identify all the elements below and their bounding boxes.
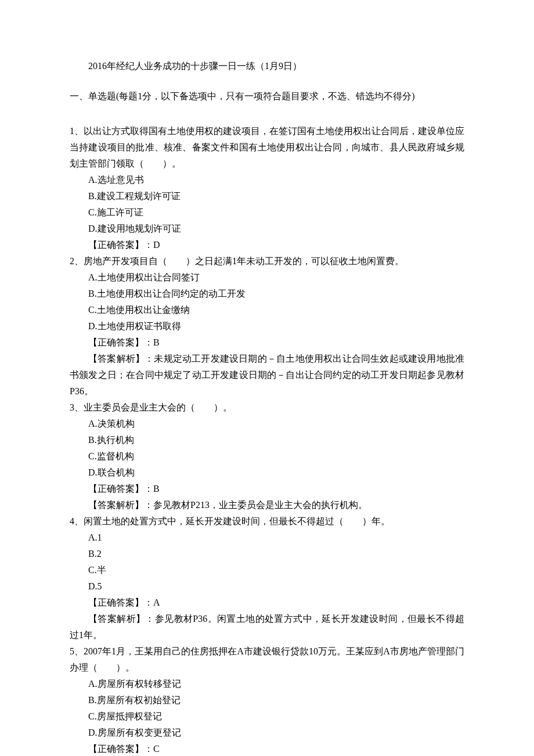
section-header: 一、单选题(每题1分，以下备选项中，只有一项符合题目要求，不选、错选均不得分) <box>70 88 464 105</box>
option-b: B.2 <box>70 546 464 562</box>
option-a: A.决策机构 <box>70 416 464 432</box>
option-a: A.土地使用权出让合同签订 <box>70 269 464 286</box>
option-c: C.半 <box>70 562 464 578</box>
option-a: A.选址意见书 <box>70 172 464 188</box>
option-c: C.土地使用权出让金缴纳 <box>70 302 464 318</box>
question-stem: 5、2007年1月，王某用自己的住房抵押在A市建设银行贷款10万元。王某应到A市… <box>70 643 464 676</box>
option-b: B.建设工程规划许可证 <box>70 188 464 204</box>
question-1: 1、以出让方式取得国有土地使用权的建设项目，在签订国有土地使用权出让合同后，建设… <box>70 123 464 253</box>
question-3: 3、业主委员会是业主大会的（ ）。 A.决策机构 B.执行机构 C.监督机构 D… <box>70 399 464 513</box>
correct-answer: 【正确答案】：C <box>70 741 464 756</box>
answer-analysis: 【答案解析】：参见教材P213，业主委员会是业主大会的执行机构。 <box>70 497 464 513</box>
answer-analysis: 【答案解析】：未规定动工开发建设日期的－自土地使用权出让合同生效起或建设用地批准… <box>70 351 464 399</box>
question-5: 5、2007年1月，王某用自己的住房抵押在A市建设银行贷款10万元。王某应到A市… <box>70 643 464 756</box>
option-b: B.土地使用权出让合同约定的动工开发 <box>70 286 464 302</box>
option-c: C.房屋抵押权登记 <box>70 708 464 725</box>
question-stem: 2、房地产开发项目自（ ）之日起满1年未动工开发的，可以征收土地闲置费。 <box>70 253 464 269</box>
correct-answer: 【正确答案】：A <box>70 595 464 611</box>
option-d: D.土地使用权证书取得 <box>70 318 464 334</box>
question-2: 2、房地产开发项目自（ ）之日起满1年未动工开发的，可以征收土地闲置费。 A.土… <box>70 253 464 399</box>
question-stem: 1、以出让方式取得国有土地使用权的建设项目，在签订国有土地使用权出让合同后，建设… <box>70 123 464 172</box>
option-c: C.监督机构 <box>70 448 464 465</box>
question-stem: 3、业主委员会是业主大会的（ ）。 <box>70 399 464 416</box>
option-d: D.联合机构 <box>70 465 464 481</box>
correct-answer: 【正确答案】：B <box>70 334 464 351</box>
question-stem: 4、闲置土地的处置方式中，延长开发建设时间，但最长不得超过（ ）年。 <box>70 513 464 530</box>
option-a: A.房屋所有权转移登记 <box>70 676 464 692</box>
option-a: A.1 <box>70 530 464 546</box>
option-c: C.施工许可证 <box>70 204 464 221</box>
option-b: B.房屋所有权初始登记 <box>70 692 464 708</box>
page-title: 2016年经纪人业务成功的十步骤一日一练（1月9日） <box>70 58 464 74</box>
answer-analysis: 【答案解析】：参见教材P36。闲置土地的处置方式中，延长开发建设时间，但最长不得… <box>70 611 464 643</box>
option-d: D.5 <box>70 578 464 595</box>
option-d: D.房屋所有权变更登记 <box>70 725 464 741</box>
option-d: D.建设用地规划许可证 <box>70 221 464 237</box>
correct-answer: 【正确答案】：D <box>70 237 464 253</box>
question-4: 4、闲置土地的处置方式中，延长开发建设时间，但最长不得超过（ ）年。 A.1 B… <box>70 513 464 643</box>
correct-answer: 【正确答案】：B <box>70 481 464 497</box>
option-b: B.执行机构 <box>70 432 464 448</box>
